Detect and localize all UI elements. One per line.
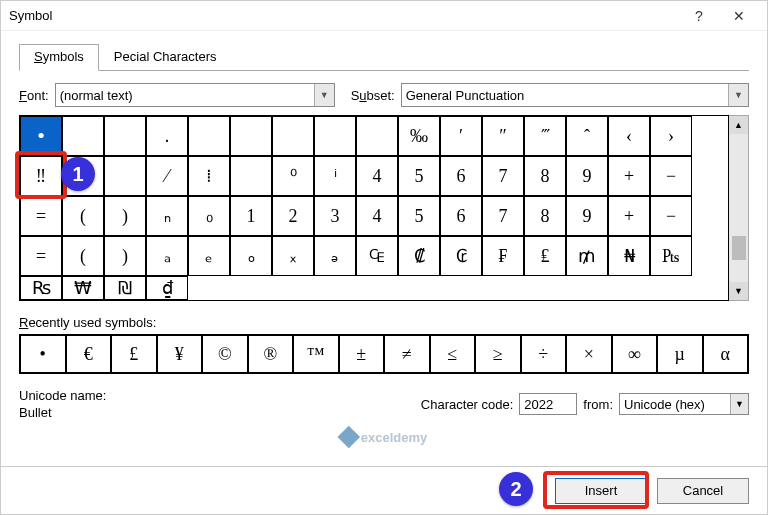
symbol-cell[interactable] [230,116,272,156]
symbol-cell[interactable]: ₩ [62,276,104,300]
symbol-cell[interactable]: ₤ [524,236,566,276]
symbol-cell[interactable]: 7 [482,196,524,236]
symbol-cell[interactable]: ₦ [608,236,650,276]
symbol-cell[interactable]: ₫ [146,276,188,300]
subset-combo[interactable]: General Punctuation ▼ [401,83,749,107]
help-button[interactable]: ? [679,8,719,24]
symbol-cell[interactable]: = [20,196,62,236]
recent-symbol-cell[interactable]: µ [657,335,703,373]
symbol-cell[interactable]: . [146,116,188,156]
symbol-cell[interactable] [356,116,398,156]
symbol-cell[interactable]: ( [62,196,104,236]
symbol-cell[interactable]: ‴ [524,116,566,156]
grid-scrollbar[interactable]: ▲ ▼ [729,115,749,301]
recent-symbol-cell[interactable]: € [66,335,112,373]
symbol-cell[interactable]: ? [62,156,104,196]
from-label: from: [583,397,613,412]
symbol-cell[interactable]: 2 [272,196,314,236]
symbol-cell[interactable]: ₧ [650,236,692,276]
recent-symbol-cell[interactable]: £ [111,335,157,373]
symbol-cell[interactable] [230,156,272,196]
recent-symbol-cell[interactable]: α [703,335,749,373]
symbol-cell[interactable]: 8 [524,156,566,196]
recent-symbol-cell[interactable]: ≠ [384,335,430,373]
symbol-cell[interactable]: 6 [440,156,482,196]
symbol-cell[interactable]: ₥ [566,236,608,276]
symbol-cell[interactable]: ₔ [314,236,356,276]
symbol-cell[interactable]: 5 [398,156,440,196]
insert-button[interactable]: Insert [555,478,647,504]
symbol-cell[interactable] [314,116,356,156]
recent-symbol-cell[interactable]: ™ [293,335,339,373]
symbol-cell[interactable]: • [20,116,62,156]
symbol-cell[interactable]: ″ [482,116,524,156]
symbol-cell[interactable]: ⁄ [146,156,188,196]
symbol-cell[interactable]: ) [104,236,146,276]
symbol-cell[interactable]: 8 [524,196,566,236]
symbol-cell[interactable]: 5 [398,196,440,236]
scroll-thumb[interactable] [732,236,746,260]
recent-symbol-cell[interactable]: × [566,335,612,373]
symbol-cell[interactable]: ( [62,236,104,276]
symbol-cell[interactable]: ₀ [188,196,230,236]
recent-symbol-cell[interactable]: ÷ [521,335,567,373]
recent-symbol-cell[interactable]: • [20,335,66,373]
symbol-cell[interactable]: 6 [440,196,482,236]
recent-symbol-cell[interactable]: ± [339,335,385,373]
symbol-cell[interactable]: ′ [440,116,482,156]
symbol-cell[interactable]: 7 [482,156,524,196]
symbol-cell[interactable]: ‹ [608,116,650,156]
tab-symbols[interactable]: Symbols [19,44,99,71]
scroll-up-icon[interactable]: ▲ [729,116,748,134]
symbol-cell[interactable]: ) [104,196,146,236]
recent-symbol-cell[interactable]: ≤ [430,335,476,373]
recent-symbol-cell[interactable]: ∞ [612,335,658,373]
symbol-cell[interactable]: = [20,236,62,276]
symbol-cell[interactable]: ‼ [20,156,62,196]
recent-symbol-cell[interactable]: © [202,335,248,373]
symbol-cell[interactable]: 1 [230,196,272,236]
symbol-cell[interactable]: 9 [566,196,608,236]
cancel-button[interactable]: Cancel [657,478,749,504]
recent-symbol-cell[interactable]: ≥ [475,335,521,373]
scroll-down-icon[interactable]: ▼ [729,282,748,300]
symbol-cell[interactable]: › [650,116,692,156]
symbol-cell[interactable] [104,156,146,196]
symbol-cell[interactable]: ˆ [566,116,608,156]
symbol-cell[interactable]: ₠ [356,236,398,276]
symbol-cell[interactable]: ₣ [482,236,524,276]
symbol-cell[interactable]: ₨ [20,276,62,300]
symbol-cell[interactable]: ₙ [146,196,188,236]
tab-special-characters[interactable]: Pecial Characters [99,44,232,71]
close-button[interactable]: ✕ [719,8,759,24]
symbol-cell[interactable]: 4 [356,196,398,236]
symbol-cell[interactable]: ₢ [440,236,482,276]
symbol-cell[interactable] [272,116,314,156]
symbol-cell[interactable]: 9 [566,156,608,196]
symbol-cell[interactable]: − [650,196,692,236]
symbol-cell[interactable]: − [650,156,692,196]
symbol-cell[interactable]: ₪ [104,276,146,300]
symbol-cell[interactable]: 4 [356,156,398,196]
charcode-input[interactable] [519,393,577,415]
symbol-cell[interactable]: + [608,156,650,196]
symbol-cell[interactable]: ₡ [398,236,440,276]
symbol-cell[interactable]: ₓ [272,236,314,276]
symbol-cell[interactable]: ⁰ [272,156,314,196]
symbol-cell[interactable]: ₒ [230,236,272,276]
symbol-cell[interactable]: ₐ [146,236,188,276]
recent-symbol-cell[interactable]: ® [248,335,294,373]
symbol-cell[interactable] [104,116,146,156]
symbol-cell[interactable]: ₑ [188,236,230,276]
symbol-cell[interactable]: ‰ [398,116,440,156]
symbol-cell[interactable]: ⁱ [314,156,356,196]
symbol-cell[interactable]: ⁞ [188,156,230,196]
symbol-cell[interactable]: + [608,196,650,236]
from-value: Unicode (hex) [624,397,705,412]
symbol-cell[interactable] [188,116,230,156]
font-combo[interactable]: (normal text) ▼ [55,83,335,107]
symbol-cell[interactable] [62,116,104,156]
recent-symbol-cell[interactable]: ¥ [157,335,203,373]
from-combo[interactable]: Unicode (hex) ▼ [619,393,749,415]
symbol-cell[interactable]: 3 [314,196,356,236]
